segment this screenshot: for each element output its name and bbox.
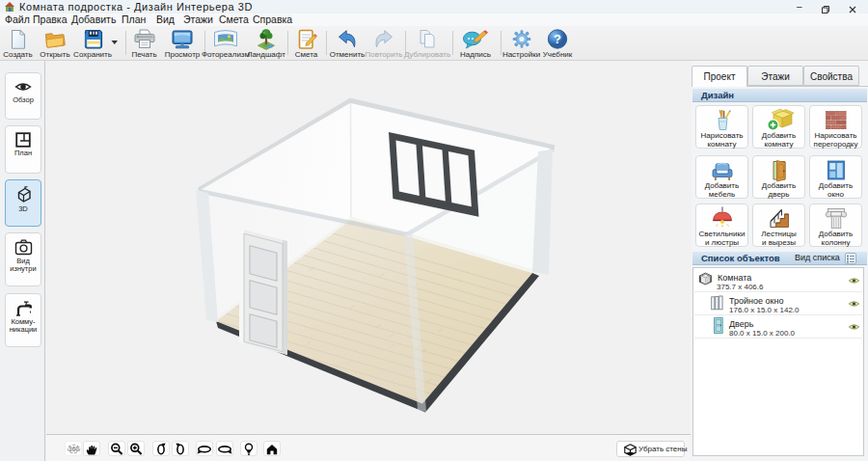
svg-text:?: ? xyxy=(554,32,561,46)
svg-text:360: 360 xyxy=(68,446,79,452)
